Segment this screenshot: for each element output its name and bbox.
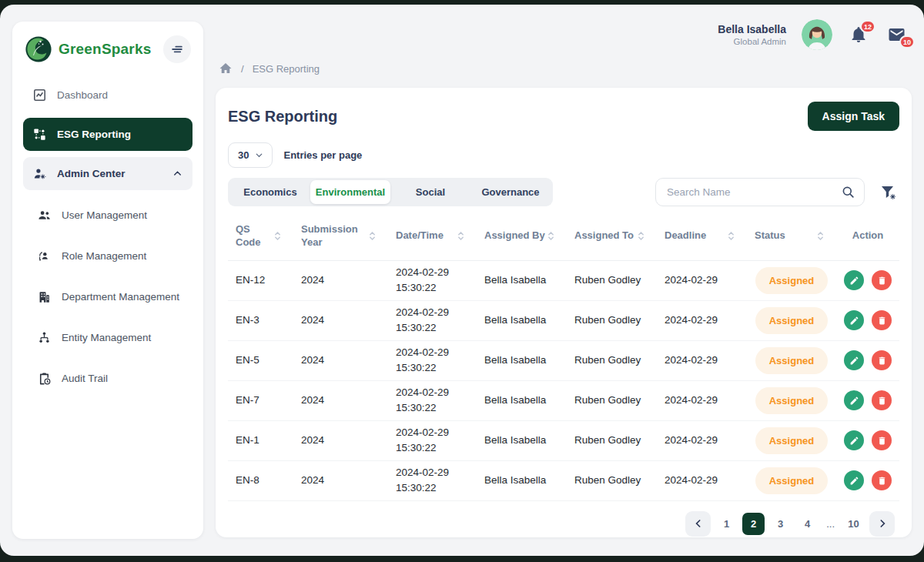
page-button-4[interactable]: 4 xyxy=(796,513,819,535)
delete-button[interactable] xyxy=(872,470,892,490)
sidebar-item-admin-center[interactable]: Admin Center xyxy=(23,157,192,190)
cell-assigned-by: Bella Isabella xyxy=(477,433,567,448)
search xyxy=(655,178,865,206)
menu-collapse-icon[interactable] xyxy=(163,35,191,63)
delete-button[interactable] xyxy=(872,310,892,330)
cell-date-time: 2024-02-29 15:30:22 xyxy=(388,385,477,416)
cell-qs-code: EN-1 xyxy=(228,433,293,448)
tab-governance[interactable]: Governance xyxy=(470,180,551,204)
cell-time: 15:30:22 xyxy=(396,320,477,336)
sidebar-item-department-management[interactable]: Department Management xyxy=(23,279,192,314)
delete-button[interactable] xyxy=(872,350,892,370)
page-button-2-active[interactable]: 2 xyxy=(742,513,765,535)
sidebar-item-role-management[interactable]: Role Management xyxy=(23,239,192,273)
cell-time: 15:30:22 xyxy=(396,480,477,496)
cell-date: 2024-02-29 xyxy=(396,385,477,400)
edit-icon xyxy=(849,476,859,486)
search-icon[interactable] xyxy=(841,185,855,199)
page-button-1[interactable]: 1 xyxy=(715,513,738,535)
col-status[interactable]: Status xyxy=(747,229,836,243)
bell-icon[interactable]: 12 xyxy=(848,24,869,45)
col-submission-year[interactable]: Submission Year xyxy=(293,223,388,249)
sidebar-item-label: Department Management xyxy=(62,291,179,303)
chevron-left-icon xyxy=(692,517,705,530)
delete-icon xyxy=(877,276,887,286)
sidebar-item-dashboard[interactable]: Dashboard xyxy=(23,79,192,112)
sort-icon xyxy=(369,231,376,241)
delete-icon xyxy=(877,356,887,366)
messages-badge: 10 xyxy=(899,35,915,49)
edit-button[interactable] xyxy=(844,350,864,370)
sidebar-item-audit-trail[interactable]: Audit Trail xyxy=(23,361,192,396)
entries-value: 30 xyxy=(238,149,249,161)
sort-icon xyxy=(817,231,824,241)
delete-button[interactable] xyxy=(872,270,892,290)
cell-submission-year: 2024 xyxy=(293,353,388,368)
dashboard-icon xyxy=(32,88,47,102)
sidebar-item-user-management[interactable]: User Management xyxy=(23,198,192,232)
edit-icon xyxy=(849,356,859,366)
search-input[interactable] xyxy=(655,178,865,206)
table-body: EN-12 2024 2024-02-29 15:30:22 Bella Isa… xyxy=(228,261,899,501)
cell-assigned-by: Bella Isabella xyxy=(477,393,567,408)
sidebar-item-entity-management[interactable]: Entity Management xyxy=(23,320,192,355)
edit-button[interactable] xyxy=(844,390,864,410)
col-assigned-by[interactable]: Assigned By xyxy=(477,229,567,243)
page-button-10[interactable]: 10 xyxy=(842,513,865,535)
cell-time: 15:30:22 xyxy=(396,360,477,376)
tab-economics[interactable]: Economics xyxy=(230,180,310,204)
entries-per-page-select[interactable]: 30 xyxy=(228,142,273,168)
edit-button[interactable] xyxy=(844,430,864,450)
delete-button[interactable] xyxy=(872,430,892,450)
tab-environmental[interactable]: Environmental xyxy=(310,180,390,204)
sidebar-item-label: Admin Center xyxy=(57,168,126,179)
sidebar-item-esg-reporting[interactable]: ESG Reporting xyxy=(23,118,192,151)
table-row: EN-5 2024 2024-02-29 15:30:22 Bella Isab… xyxy=(228,341,899,381)
sort-icon xyxy=(728,231,735,241)
cell-deadline: 2024-02-29 xyxy=(657,473,747,488)
cell-time: 15:30:22 xyxy=(396,440,477,456)
col-date-time[interactable]: Date/Time xyxy=(388,229,477,243)
edit-button[interactable] xyxy=(844,470,864,490)
sidebar-item-label: Role Management xyxy=(62,250,146,262)
page-button-3[interactable]: 3 xyxy=(769,513,792,535)
sidebar-item-label: Audit Trail xyxy=(62,373,108,384)
page-title: ESG Reporting xyxy=(228,108,337,125)
prev-page-button[interactable] xyxy=(685,511,711,537)
tab-social[interactable]: Social xyxy=(390,180,470,204)
chevron-down-icon xyxy=(254,150,264,160)
edit-icon xyxy=(849,316,859,326)
col-qs-code[interactable]: QS Code xyxy=(228,223,293,249)
cell-assigned-to: Ruben Godley xyxy=(567,273,657,288)
status-badge: Assigned xyxy=(755,387,829,415)
admin-submenu: User Management Role Management Departme… xyxy=(23,198,192,396)
mail-icon[interactable]: 10 xyxy=(885,24,909,45)
table-row: EN-7 2024 2024-02-29 15:30:22 Bella Isab… xyxy=(228,381,899,421)
audit-trail-icon xyxy=(37,371,52,386)
entity-icon xyxy=(37,330,52,345)
status-badge: Assigned xyxy=(755,307,829,335)
cell-qs-code: EN-5 xyxy=(228,353,293,368)
delete-button[interactable] xyxy=(872,390,892,410)
breadcrumb-current[interactable]: ESG Reporting xyxy=(253,63,320,75)
edit-button[interactable] xyxy=(844,310,864,330)
avatar[interactable] xyxy=(802,19,832,50)
assign-task-button[interactable]: Assign Task xyxy=(808,102,899,131)
cell-assigned-by: Bella Isabella xyxy=(477,273,567,288)
cell-time: 15:30:22 xyxy=(396,400,477,416)
filter-icon[interactable] xyxy=(878,182,899,203)
pagination: 1 2 3 4 ... 10 xyxy=(228,501,899,541)
cell-date: 2024-02-29 xyxy=(396,345,477,360)
cell-assigned-by: Bella Isabella xyxy=(477,473,567,488)
home-icon[interactable] xyxy=(219,62,233,75)
cell-qs-code: EN-7 xyxy=(228,393,293,408)
col-deadline[interactable]: Deadline xyxy=(657,229,747,243)
cell-deadline: 2024-02-29 xyxy=(657,393,747,408)
delete-icon xyxy=(877,396,887,406)
main-card: ESG Reporting Assign Task 30 Entries per… xyxy=(216,88,912,537)
user-meta: Bella Isabella Global Admin xyxy=(718,23,786,46)
edit-button[interactable] xyxy=(844,270,864,290)
col-assigned-to[interactable]: Assigned To xyxy=(567,229,657,243)
cell-date: 2024-02-29 xyxy=(396,465,477,480)
next-page-button[interactable] xyxy=(869,511,895,537)
